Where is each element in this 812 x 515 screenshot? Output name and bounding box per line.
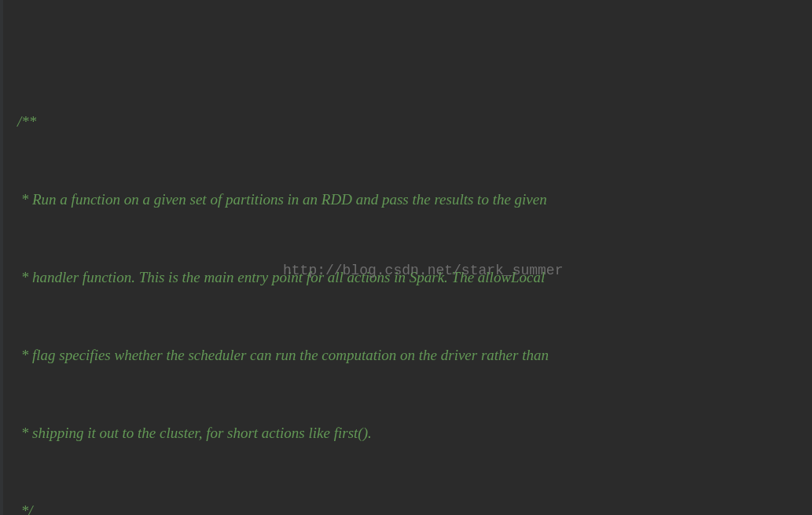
comment-line: * shipping it out to the cluster, for sh… (0, 420, 812, 446)
comment-line: * handler function. This is the main ent… (0, 264, 812, 290)
comment-line: * Run a function on a given set of parti… (0, 186, 812, 212)
gutter (0, 0, 3, 515)
doc-comment-text: * flag specifies whether the scheduler c… (17, 347, 549, 363)
comment-line: /** (0, 109, 812, 134)
comment-line: */ (0, 498, 812, 515)
doc-comment-close: */ (17, 502, 33, 515)
comment-line: * flag specifies whether the scheduler c… (0, 342, 812, 368)
doc-comment-open: /** (17, 113, 36, 130)
code-editor: /** * Run a function on a given set of p… (0, 0, 812, 515)
doc-comment-text: * shipping it out to the cluster, for sh… (17, 425, 372, 441)
doc-comment-text: * Run a function on a given set of parti… (17, 191, 547, 208)
doc-comment-text: * handler function. This is the main ent… (17, 269, 545, 285)
